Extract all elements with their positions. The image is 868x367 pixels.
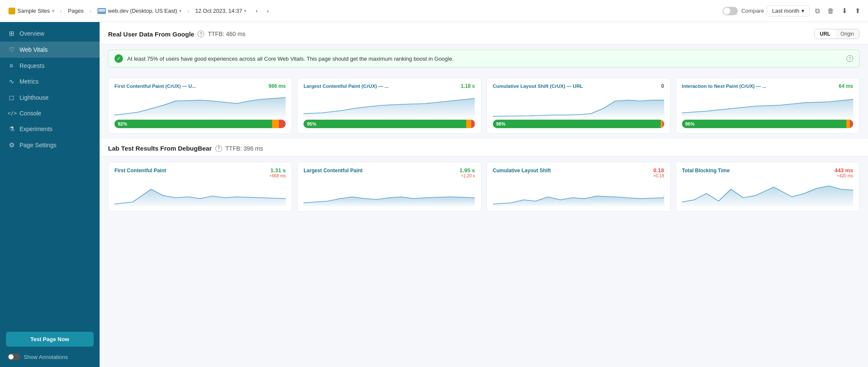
page-label: web.dev (Desktop, US East) — [108, 8, 177, 14]
lab-metric-header-3: Total Blocking Time 443 ms +420 ms — [682, 167, 853, 178]
site-chevron-icon: ▾ — [52, 8, 54, 13]
sidebar-label-experiments: Experiments — [19, 126, 53, 132]
page-selector[interactable]: web.dev (Desktop, US East) ▾ — [94, 6, 185, 16]
metric-title-3: Interaction to Next Paint (CrUX) — ... 6… — [682, 83, 853, 89]
lab-metric-header-2: Cumulative Layout Shift 0.18 +0.18 — [493, 167, 664, 178]
lab-metric-delta-2: +0.18 — [653, 174, 664, 178]
lab-metric-title-1: Largest Contentful Paint — [303, 168, 362, 174]
lab-metric-title-3: Total Blocking Time — [682, 168, 730, 174]
lab-metric-delta-3: +420 ms — [835, 174, 853, 178]
test-page-now-button[interactable]: Test Page Now — [6, 332, 94, 347]
metrics-icon: ∿ — [8, 78, 15, 85]
page-settings-icon: ⚙ — [8, 141, 15, 149]
real-user-card-2[interactable]: Cumulative Layout Shift (CrUX) — URL 0 9… — [487, 78, 670, 134]
sidebar-label-lighthouse: Lighthouse — [19, 94, 49, 101]
content-area: Real User Data From Google ? TTFB: 460 m… — [100, 22, 868, 367]
real-user-info-icon[interactable]: ? — [198, 31, 204, 37]
lab-metric-title-0: First Contentful Paint — [114, 168, 166, 174]
compare-toggle[interactable] — [723, 7, 738, 15]
progress-bar-2: 98% — [493, 120, 664, 128]
origin-btn[interactable]: Origin — [835, 29, 859, 39]
annotations-toggle[interactable] — [8, 353, 20, 360]
sidebar-item-web-vitals[interactable]: ♡ Web Vitals — [0, 42, 100, 58]
annotations-label: Show Annotations — [24, 354, 68, 360]
sidebar-item-overview[interactable]: ⊞ Overview — [0, 25, 100, 42]
pages-nav[interactable]: Pages — [64, 6, 87, 16]
sidebar-item-experiments[interactable]: ⚗ Experiments — [0, 121, 100, 137]
sparkline-3 — [682, 92, 853, 117]
real-user-card-3[interactable]: Interaction to Next Paint (CrUX) — ... 6… — [676, 78, 860, 134]
notice-info-icon[interactable]: ? — [846, 55, 853, 62]
lab-metric-header-1: Largest Contentful Paint 1.95 s +1.20 s — [303, 167, 475, 178]
sidebar-item-lighthouse[interactable]: ◻ Lighthouse — [0, 90, 100, 106]
progress-bar-3: 96% — [682, 120, 853, 128]
compare-section: Compare — [723, 7, 764, 15]
lab-cards: First Contentful Paint 1.31 s +668 ms La… — [100, 157, 868, 217]
lab-metric-title-2: Cumulative Layout Shift — [493, 168, 551, 174]
sidebar-item-page-settings[interactable]: ⚙ Page Settings — [0, 137, 100, 153]
real-user-title-row: Real User Data From Google ? TTFB: 460 m… — [108, 31, 245, 38]
lab-card-1[interactable]: Largest Contentful Paint 1.95 s +1.20 s — [297, 162, 481, 212]
overview-icon: ⊞ — [8, 30, 15, 37]
progress-bar-1: 95% — [303, 120, 475, 128]
site-selector[interactable]: Sample Sites ▾ — [5, 6, 58, 16]
lab-metric-value-2: 0.18 — [653, 167, 664, 174]
lab-card-0[interactable]: First Contentful Paint 1.31 s +668 ms — [108, 162, 292, 212]
lab-card-3[interactable]: Total Blocking Time 443 ms +420 ms — [676, 162, 860, 212]
prev-btn[interactable]: ‹ — [252, 6, 261, 16]
last-month-label: Last month — [772, 8, 799, 14]
sidebar-item-requests[interactable]: ≡ Requests — [0, 58, 100, 73]
lab-card-2[interactable]: Cumulative Layout Shift 0.18 +0.18 — [487, 162, 670, 212]
sidebar-label-metrics: Metrics — [19, 78, 39, 85]
metric-title-1: Largest Contentful Paint (CrUX) — ... 1.… — [303, 83, 475, 89]
compare-label: Compare — [741, 8, 764, 14]
delete-btn[interactable]: 🗑 — [825, 5, 837, 17]
lab-metric-delta-0: +668 ms — [270, 174, 286, 178]
date-label: 12 Oct 2023, 14:37 — [195, 8, 242, 14]
real-user-card-0[interactable]: First Contentful Paint (CrUX) — U... 986… — [108, 78, 292, 134]
sidebar-item-metrics[interactable]: ∿ Metrics — [0, 73, 100, 90]
lab-title-row: Lab Test Results From DebugBear ? TTFB: … — [108, 145, 263, 152]
sidebar: ⊞ Overview ♡ Web Vitals ≡ Requests ∿ Met… — [0, 22, 100, 367]
progress-bar-0: 92% — [114, 120, 286, 128]
sidebar-label-requests: Requests — [19, 62, 45, 69]
open-external-btn[interactable]: ⧉ — [812, 5, 822, 17]
url-btn[interactable]: URL — [815, 29, 835, 39]
share-btn[interactable]: ⬆ — [852, 4, 863, 17]
sparkline-2 — [493, 92, 664, 117]
sparkline-0 — [114, 92, 286, 117]
pages-label: Pages — [68, 8, 83, 14]
date-selector[interactable]: 12 Oct 2023, 14:37 ▾ — [192, 6, 250, 16]
site-favicon — [8, 8, 15, 14]
sep2: › — [89, 8, 92, 14]
page-chevron-icon: ▾ — [179, 8, 181, 13]
lab-metric-delta-1: +1.20 s — [459, 174, 475, 178]
url-origin-toggle: URL Origin — [814, 29, 860, 39]
lab-metric-value-1: 1.95 s — [459, 167, 475, 174]
next-btn[interactable]: › — [264, 6, 272, 16]
web-vitals-icon: ♡ — [8, 46, 15, 53]
lab-sparkline-3 — [682, 181, 853, 206]
last-month-btn[interactable]: Last month ▾ — [767, 5, 810, 17]
sidebar-label-web-vitals: Web Vitals — [19, 46, 47, 53]
test-page-now-label: Test Page Now — [31, 336, 70, 342]
real-user-ttfb: TTFB: 460 ms — [208, 31, 245, 37]
topbar: Sample Sites ▾ › Pages › web.dev (Deskto… — [0, 0, 868, 22]
metric-title-0: First Contentful Paint (CrUX) — U... 986… — [114, 83, 286, 89]
sep1: › — [60, 8, 62, 14]
lab-sparkline-2 — [493, 181, 664, 206]
sidebar-label-overview: Overview — [19, 30, 44, 37]
lighthouse-icon: ◻ — [8, 94, 15, 101]
real-user-title: Real User Data From Google — [108, 31, 194, 38]
lab-info-icon[interactable]: ? — [215, 145, 222, 152]
annotations-row: Show Annotations — [0, 350, 100, 364]
lab-metric-value-0: 1.31 s — [270, 167, 286, 174]
real-user-card-1[interactable]: Largest Contentful Paint (CrUX) — ... 1.… — [297, 78, 481, 134]
sep3: › — [187, 8, 189, 14]
sidebar-label-console: Console — [19, 110, 41, 117]
site-label: Sample Sites — [17, 8, 50, 14]
lab-header: Lab Test Results From DebugBear ? TTFB: … — [100, 139, 868, 157]
sidebar-item-console[interactable]: </> Console — [0, 106, 100, 121]
console-icon: </> — [8, 110, 15, 116]
download-btn[interactable]: ⬇ — [839, 4, 850, 17]
